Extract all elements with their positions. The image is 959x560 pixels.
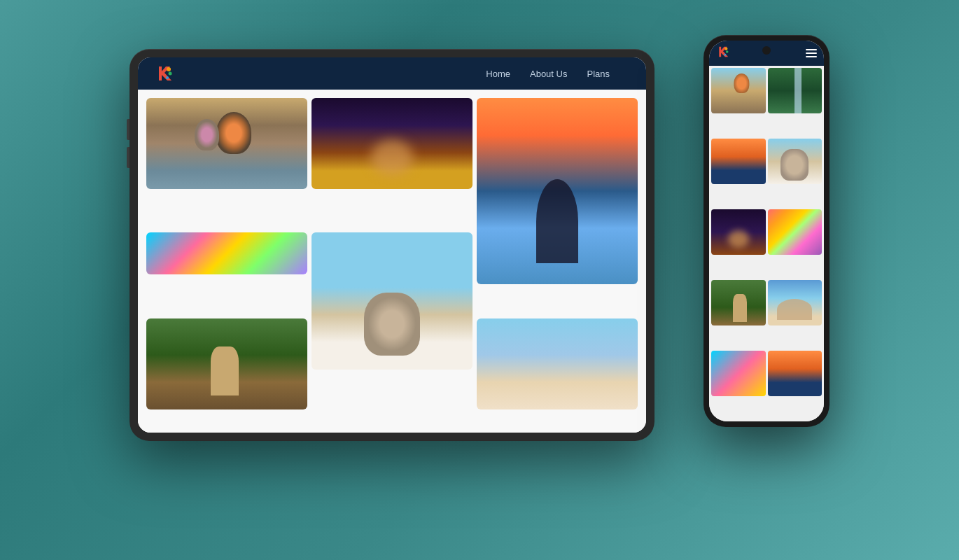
tablet-photo-girl-sunset[interactable] <box>477 98 638 284</box>
svg-point-0 <box>167 67 171 71</box>
tablet-photo-people[interactable] <box>477 318 638 410</box>
svg-point-5 <box>724 54 726 56</box>
tablet-photo-balloon[interactable] <box>146 98 307 189</box>
svg-point-4 <box>726 50 729 53</box>
phone-photo-dog[interactable] <box>768 139 822 184</box>
nav-link-about[interactable]: About Us <box>530 69 567 79</box>
tablet-nav-links: Home About Us Plans <box>486 67 629 80</box>
phone-photo-waterfall[interactable] <box>768 68 822 113</box>
tablet-photo-dog[interactable] <box>312 232 472 370</box>
tablet-logo <box>155 64 174 83</box>
tablet-screen: Home About Us Plans <box>138 57 646 433</box>
phone-photo-people[interactable] <box>768 280 822 326</box>
tablet-photo-deer[interactable] <box>146 318 307 410</box>
hamburger-menu-icon[interactable] <box>806 49 817 57</box>
tablet-photo-concert[interactable] <box>312 98 472 189</box>
nav-item-about[interactable]: About Us <box>530 67 567 80</box>
phone-photo-colors[interactable] <box>711 351 766 396</box>
phone-notch <box>762 46 771 55</box>
tablet-photo-grid <box>138 90 646 433</box>
phone-photo-deer[interactable] <box>711 280 766 326</box>
phone-photo-balloon[interactable] <box>711 68 766 113</box>
scene: Home About Us Plans <box>94 21 864 539</box>
nav-link-home[interactable]: Home <box>486 69 510 79</box>
svg-point-3 <box>724 48 727 50</box>
nav-link-plans[interactable]: Plans <box>587 69 610 79</box>
tablet-navbar: Home About Us Plans <box>138 57 646 90</box>
phone-photo-extra[interactable] <box>768 351 822 396</box>
tablet-device: Home About Us Plans <box>130 49 654 441</box>
phone-logo <box>716 45 730 62</box>
phone-photo-sunset[interactable] <box>711 139 766 184</box>
phone-photo-grid <box>709 66 824 421</box>
phone-screen <box>709 41 824 421</box>
phone-photo-concert[interactable] <box>711 209 766 255</box>
phone-device <box>704 35 830 427</box>
nav-item-home[interactable]: Home <box>486 67 510 80</box>
phone-logo-icon <box>716 45 730 59</box>
nav-item-plans[interactable]: Plans <box>587 67 610 80</box>
tablet-photo-colors[interactable] <box>146 232 307 274</box>
logo-icon <box>155 64 174 83</box>
phone-photo-tulips[interactable] <box>768 209 822 255</box>
svg-point-2 <box>166 76 169 79</box>
svg-point-1 <box>169 72 172 76</box>
